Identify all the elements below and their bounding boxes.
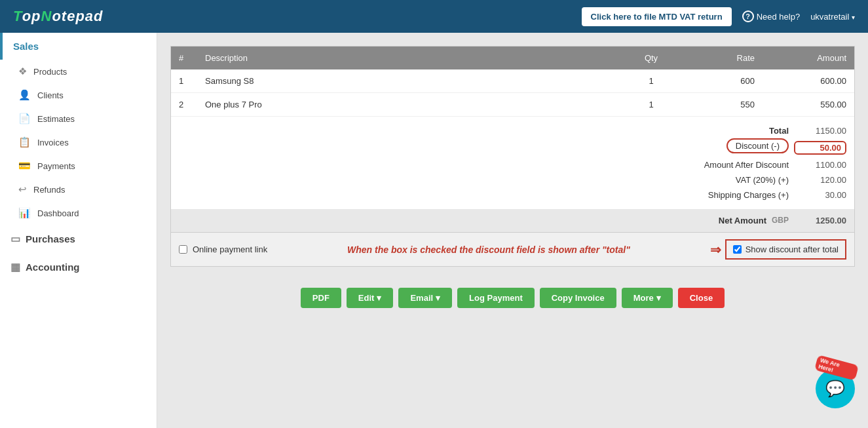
sidebar-item-dashboard[interactable]: 📊 Dashboard: [0, 201, 157, 225]
clients-icon: 👤: [18, 89, 31, 101]
row2-amount: 550.00: [763, 93, 854, 117]
dashboard-icon: 📊: [18, 207, 31, 219]
shipping-label: Shipping Charges (+): [658, 190, 789, 200]
refunds-icon: ↩: [18, 184, 27, 195]
sidebar-purchases-header[interactable]: ▭ Purchases: [0, 225, 157, 253]
show-discount-area: ⇒ Show discount after total: [710, 239, 846, 260]
col-amount: Amount: [763, 47, 854, 69]
action-buttons: PDF Edit Email Log Payment Copy Invoice …: [170, 277, 855, 319]
invoices-icon: 📋: [18, 136, 31, 148]
shipping-row: Shipping Charges (+) 30.00: [171, 187, 854, 203]
estimates-icon: 📄: [18, 113, 31, 125]
after-discount-label: Amount After Discount: [658, 160, 789, 170]
col-qty: Qty: [618, 47, 684, 69]
discount-label: Discount (-): [658, 141, 789, 155]
accounting-icon: ▦: [10, 261, 20, 273]
online-payment-label: Online payment link: [193, 244, 267, 254]
table-row: 2 One plus 7 Pro 1 550 550.00: [171, 93, 854, 117]
log-payment-button[interactable]: Log Payment: [457, 288, 535, 308]
table-row: 1 Samsung S8 1 600 600.00: [171, 69, 854, 93]
layout: Sales ❖ Products 👤 Clients 📄 Estimates 📋…: [0, 33, 868, 428]
net-value: 1250.00: [794, 216, 846, 225]
row2-description: One plus 7 Pro: [197, 93, 618, 117]
sidebar-accounting-header[interactable]: ▦ Accounting: [0, 253, 157, 281]
mtd-vat-button[interactable]: Click here to file MTD VAT return: [582, 7, 732, 26]
row1-description: Samsung S8: [197, 69, 618, 93]
sidebar-item-clients[interactable]: 👤 Clients: [0, 83, 157, 107]
sidebar-item-payments[interactable]: 💳 Payments: [0, 154, 157, 178]
chat-widget[interactable]: We Are Here! 💬: [816, 369, 855, 408]
bottom-bar: Online payment link When the box is chec…: [171, 232, 854, 266]
header: TopNotepad Click here to file MTD VAT re…: [0, 0, 868, 33]
vat-row: VAT (20%) (+) 120.00: [171, 172, 854, 187]
invoice-container: # Description Qty Rate Amount 1 Samsung …: [170, 46, 855, 267]
show-discount-label: Show discount after total: [745, 244, 839, 254]
discount-value: 50.00: [794, 141, 846, 155]
show-discount-box: Show discount after total: [725, 239, 846, 260]
show-discount-checkbox[interactable]: [733, 245, 742, 254]
after-discount-row: Amount After Discount 1100.00: [171, 157, 854, 172]
sidebar-item-invoices[interactable]: 📋 Invoices: [0, 130, 157, 154]
bottom-bar-left: Online payment link: [179, 244, 267, 254]
vat-label: VAT (20%) (+): [658, 175, 789, 185]
net-amount-row: Net Amount GBP 1250.00: [171, 209, 854, 232]
email-button[interactable]: Email: [398, 288, 452, 308]
row2-rate: 550: [684, 93, 763, 117]
total-value: 1150.00: [794, 126, 846, 136]
username-dropdown-arrow: ▾: [852, 14, 855, 21]
shipping-value: 30.00: [794, 190, 846, 200]
sidebar-sales-header[interactable]: Sales: [0, 33, 157, 60]
purchases-icon: ▭: [10, 233, 20, 245]
total-row: Total 1150.00: [171, 123, 854, 138]
row1-rate: 600: [684, 69, 763, 93]
row1-num: 1: [171, 69, 197, 93]
username-display[interactable]: ukvatretail ▾: [810, 12, 855, 22]
main-content: # Description Qty Rate Amount 1 Samsung …: [157, 33, 868, 428]
row1-amount: 600.00: [763, 69, 854, 93]
app-logo: TopNotepad: [13, 8, 104, 25]
sidebar-item-estimates[interactable]: 📄 Estimates: [0, 107, 157, 130]
row1-qty: 1: [618, 69, 684, 93]
sidebar: Sales ❖ Products 👤 Clients 📄 Estimates 📋…: [0, 33, 157, 428]
help-icon: ?: [742, 10, 754, 22]
col-rate: Rate: [684, 47, 763, 69]
after-discount-value: 1100.00: [794, 160, 846, 170]
products-icon: ❖: [18, 66, 27, 77]
col-description: Description: [197, 47, 618, 69]
payments-icon: 💳: [18, 160, 31, 172]
online-payment-checkbox[interactable]: [179, 245, 187, 254]
discount-highlight: Discount (-): [726, 138, 789, 153]
vat-value: 120.00: [794, 175, 846, 185]
net-label: Net Amount: [635, 216, 766, 225]
sidebar-item-products[interactable]: ❖ Products: [0, 60, 157, 83]
close-button[interactable]: Close: [678, 288, 725, 308]
discount-row: Discount (-) 50.00: [171, 138, 854, 157]
row2-qty: 1: [618, 93, 684, 117]
more-button[interactable]: More: [622, 288, 673, 308]
copy-invoice-button[interactable]: Copy Invoice: [540, 288, 616, 308]
totals-section: Total 1150.00 Discount (-) 50.00 Amount …: [171, 117, 854, 209]
annotation-text: When the box is checked the discount fie…: [347, 244, 630, 255]
col-num: #: [171, 47, 197, 69]
row2-num: 2: [171, 93, 197, 117]
edit-button[interactable]: Edit: [347, 288, 394, 308]
header-right: Click here to file MTD VAT return ? Need…: [582, 7, 855, 26]
need-help-link[interactable]: ? Need help?: [742, 10, 801, 22]
chat-icon: 💬: [825, 379, 845, 398]
total-label: Total: [658, 126, 789, 136]
invoice-table: # Description Qty Rate Amount 1 Samsung …: [171, 47, 854, 117]
sidebar-item-refunds[interactable]: ↩ Refunds: [0, 178, 157, 201]
annotation-area: When the box is checked the discount fie…: [267, 244, 709, 255]
arrow-icon: ⇒: [710, 242, 721, 258]
currency-label: GBP: [772, 216, 789, 225]
pdf-button[interactable]: PDF: [301, 288, 341, 308]
